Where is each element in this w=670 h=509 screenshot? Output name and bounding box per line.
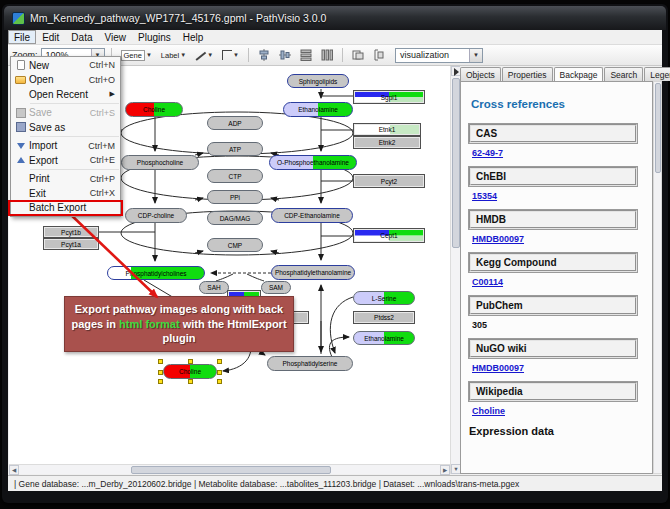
- menu-item-export[interactable]: ExportCtrl+E: [12, 153, 119, 168]
- selection-handle[interactable]: [217, 379, 222, 384]
- menu-item-save[interactable]: SaveCtrl+S: [12, 106, 119, 121]
- canvas-horizontal-scrollbar[interactable]: ◀ ▶: [9, 464, 450, 474]
- pathway-node-sam[interactable]: SAM: [261, 281, 291, 294]
- pathway-node-sgpl1[interactable]: Sgpl1: [353, 90, 425, 104]
- align-horizontal-center-button[interactable]: [255, 47, 273, 64]
- crossref-section-nugo-wiki: NuGO wikiHMDB00097: [469, 339, 652, 373]
- pathway-node-etnk1[interactable]: Etnk1: [353, 123, 421, 136]
- horizontal-scroll-thumb[interactable]: [131, 466, 331, 474]
- pathway-node-cmp[interactable]: CMP: [207, 238, 263, 252]
- crossref-source-name: NuGO wiki: [469, 339, 637, 358]
- crossref-link[interactable]: C00114: [472, 277, 652, 287]
- selection-handle[interactable]: [217, 359, 222, 364]
- pathway-node-sah[interactable]: SAH: [199, 281, 229, 294]
- menubar-item-file[interactable]: File: [8, 30, 36, 44]
- pathway-node-phosphatidylserine[interactable]: Phosphatidylserine: [267, 356, 353, 371]
- menu-item-print[interactable]: PrintCtrl+P: [12, 172, 119, 187]
- selection-handle[interactable]: [158, 379, 163, 384]
- pathway-node-l-serine[interactable]: L-Serine: [353, 291, 415, 305]
- crossref-link[interactable]: Choline: [472, 406, 652, 416]
- pathway-node-dag-mag[interactable]: DAG/MAG: [207, 211, 263, 225]
- align-vertical-center-icon: [279, 49, 291, 61]
- tab-legend[interactable]: Legend: [644, 67, 670, 81]
- add-gene-button[interactable]: Gene▼: [118, 47, 155, 64]
- visualization-combobox[interactable]: visualization ▼: [395, 48, 483, 63]
- pathway-node-sphingolipids[interactable]: Sphingolipids: [287, 74, 349, 88]
- pathway-node-ptdss2[interactable]: Ptdss2: [353, 311, 415, 324]
- pathway-node-ppi[interactable]: PPi: [207, 190, 263, 204]
- canvas-vertical-scrollbar[interactable]: ▲ ▼: [450, 66, 460, 474]
- tab-properties[interactable]: Properties: [502, 67, 553, 81]
- title-bar[interactable]: Mm_Kennedy_pathway_WP1771_45176.gpml - P…: [4, 6, 666, 30]
- pathway-node-cdp-choline[interactable]: CDP-choline: [125, 208, 187, 223]
- menu-item-exit[interactable]: ExitCtrl+X: [12, 186, 119, 201]
- tab-backpage[interactable]: Backpage: [554, 67, 604, 82]
- pathway-node-adp[interactable]: ADP: [207, 116, 263, 130]
- stack-button[interactable]: [370, 47, 388, 64]
- pathway-node-etnk2[interactable]: Etnk2: [353, 136, 421, 149]
- app-window: Mm_Kennedy_pathway_WP1771_45176.gpml - P…: [2, 4, 668, 503]
- pathway-node-pcyt1a[interactable]: Pcyt1a: [43, 238, 99, 250]
- menubar-item-view[interactable]: View: [98, 30, 132, 44]
- menu-shortcut: Ctrl+O: [89, 75, 115, 85]
- pathway-node-ctp[interactable]: CTP: [207, 169, 263, 183]
- scroll-right-icon[interactable]: ▶: [440, 465, 450, 475]
- common-size-button[interactable]: [349, 47, 367, 64]
- pathway-node-phosphatidylcholines[interactable]: Phosphatidylcholines: [107, 266, 205, 280]
- tab-search[interactable]: Search: [604, 67, 643, 81]
- distribute-rows-button[interactable]: [297, 47, 315, 64]
- crossref-link[interactable]: 15354: [472, 191, 652, 201]
- vertical-scroll-thumb[interactable]: [452, 78, 460, 248]
- panel-splitter-icon[interactable]: [454, 68, 459, 76]
- selection-handle[interactable]: [158, 370, 163, 375]
- tab-objects[interactable]: Objects: [460, 67, 501, 81]
- draw-line-button[interactable]: ▼: [192, 47, 216, 64]
- pathway-node-cept1[interactable]: Cept1: [353, 228, 425, 243]
- pathway-node-ethanolamine[interactable]: Ethanolamine: [353, 331, 415, 345]
- pathway-node-cdp-ethanolamine[interactable]: CDP-Ethanolamine: [271, 208, 353, 223]
- pathway-node-pcyt1b[interactable]: Pcyt1b: [43, 226, 99, 238]
- crossref-link[interactable]: 62-49-7: [472, 148, 652, 158]
- menubar-item-plugins[interactable]: Plugins: [132, 30, 177, 44]
- menu-item-new[interactable]: NewCtrl+N: [12, 58, 119, 73]
- cross-references-list: CAS62-49-7ChEBI15354HMDBHMDB00097Kegg Co…: [469, 124, 652, 416]
- menu-item-label: Batch Export: [29, 202, 115, 213]
- menu-bar: FileEditDataViewPluginsHelp: [8, 30, 662, 45]
- menubar-item-data[interactable]: Data: [65, 30, 98, 44]
- pathway-node-pcyt2[interactable]: Pcyt2: [353, 174, 425, 188]
- menu-item-save-as[interactable]: Save as: [12, 120, 119, 135]
- add-label-button[interactable]: Label▼: [158, 47, 189, 64]
- panel-scroll-thumb[interactable]: [655, 83, 661, 173]
- panel-scrollbar[interactable]: [653, 81, 662, 474]
- pathway-node-phosphatidylethanolamine[interactable]: Phosphatidylethanolamine: [271, 265, 355, 280]
- pathway-node-atp[interactable]: ATP: [207, 142, 263, 156]
- scroll-left-icon[interactable]: ◀: [9, 465, 19, 475]
- side-panel: ObjectsPropertiesBackpageSearchLegend Cr…: [460, 66, 662, 474]
- menu-item-label: New: [29, 60, 89, 71]
- selection-handle[interactable]: [188, 379, 193, 384]
- pathway-node-o-phosphoethanolamine[interactable]: O-Phosphoethanolamine: [269, 155, 357, 170]
- crossref-section-cas: CAS62-49-7: [469, 124, 652, 158]
- draw-connector-button[interactable]: ▼: [219, 47, 242, 64]
- crossref-link[interactable]: HMDB00097: [472, 234, 652, 244]
- pathway-node-choline[interactable]: Choline: [125, 102, 183, 117]
- selection-handle[interactable]: [188, 359, 193, 364]
- pathway-node-phosphocholine[interactable]: Phosphocholine: [121, 155, 199, 170]
- distribute-columns-button[interactable]: [318, 47, 336, 64]
- chevron-down-icon[interactable]: ▼: [469, 49, 482, 62]
- menubar-item-help[interactable]: Help: [177, 30, 210, 44]
- menu-item-batch-export[interactable]: Batch Export: [12, 201, 119, 216]
- menu-item-open[interactable]: OpenCtrl+O: [12, 73, 119, 88]
- selection-handle[interactable]: [217, 370, 222, 375]
- align-vertical-center-button[interactable]: [276, 47, 294, 64]
- selection-handle[interactable]: [158, 359, 163, 364]
- menu-item-import[interactable]: ImportCtrl+M: [12, 139, 119, 154]
- crossref-section-hmdb: HMDBHMDB00097: [469, 210, 652, 244]
- menubar-item-edit[interactable]: Edit: [36, 30, 65, 44]
- menu-item-open-recent[interactable]: Open Recent▶: [12, 87, 119, 102]
- pathway-node-ethanolamine[interactable]: Ethanolamine: [283, 102, 353, 117]
- callout-highlight-text: html format: [119, 318, 180, 330]
- crossref-link[interactable]: HMDB00097: [472, 363, 652, 373]
- submenu-arrow-icon: ▶: [110, 90, 115, 98]
- pathway-node-choline[interactable]: Choline: [163, 364, 217, 379]
